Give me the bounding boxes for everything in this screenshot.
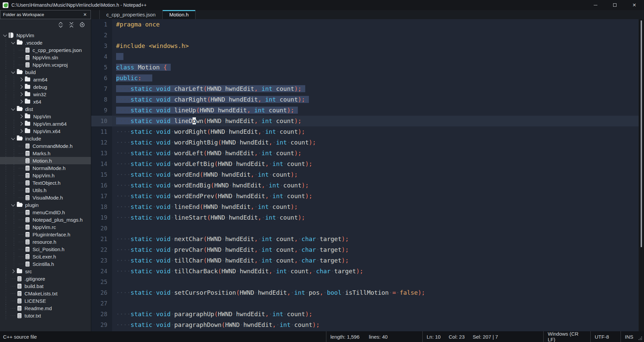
line-number[interactable]: 14: [91, 159, 112, 169]
tree-item-Readme.md[interactable]: Readme.md: [0, 304, 91, 312]
line-number[interactable]: 24: [91, 266, 112, 277]
code-line-20[interactable]: 20: [91, 223, 639, 234]
code-line-25[interactable]: 25: [91, 277, 639, 287]
chevron-right-icon[interactable]: [18, 77, 24, 82]
line-number[interactable]: 10: [91, 116, 112, 126]
line-number[interactable]: 27: [91, 298, 112, 309]
chevron-right-icon[interactable]: [10, 269, 16, 274]
tree-item-resource.h[interactable]: resource.h: [0, 238, 91, 245]
expand-all-icon[interactable]: [57, 21, 64, 28]
tree-item-SciLexer.h[interactable]: SciLexer.h: [0, 253, 91, 260]
tree-item-arm64[interactable]: arm64: [0, 76, 91, 83]
code-line-26[interactable]: 26····static·void·setCursorPosition(HWND…: [91, 287, 639, 298]
line-number[interactable]: 29: [91, 320, 112, 330]
minimize-button[interactable]: [586, 0, 605, 10]
code-line-14[interactable]: 14····static·void·wordLeftBig(HWND·hwndE…: [91, 159, 639, 169]
code-line-8[interactable]: 8····static·void·charRight(HWND·hwndEdit…: [91, 94, 639, 105]
line-number[interactable]: 22: [91, 244, 112, 255]
tree-item-NppVim.x64[interactable]: NppVim.x64: [0, 127, 91, 135]
code-line-5[interactable]: 5class·Motion·{: [91, 62, 639, 73]
line-number[interactable]: 12: [91, 137, 112, 148]
tree-item-PluginInterface.h[interactable]: PluginInterface.h: [0, 231, 91, 238]
status-insert-mode[interactable]: INS: [621, 331, 636, 342]
tree-item-menuCmdID.h[interactable]: menuCmdID.h: [0, 209, 91, 216]
chevron-right-icon[interactable]: [18, 84, 24, 90]
tree-item-NormalMode.h[interactable]: NormalMode.h: [0, 164, 91, 172]
tree-item-src[interactable]: src: [0, 268, 91, 275]
code-line-24[interactable]: 24····static·void·tillCharBack(HWND·hwnd…: [91, 266, 639, 277]
locate-current-file-icon[interactable]: [79, 21, 86, 28]
code-line-4[interactable]: 4: [91, 51, 639, 62]
chevron-right-icon[interactable]: [18, 114, 24, 119]
tree-item-NppVim.sln[interactable]: NppVim.sln: [0, 54, 91, 61]
tree-item-TextObject.h[interactable]: TextObject.h: [0, 179, 91, 186]
tree-item-include[interactable]: include: [0, 135, 91, 142]
line-number[interactable]: 23: [91, 255, 112, 266]
line-number[interactable]: 18: [91, 202, 112, 212]
code-line-22[interactable]: 22····static·void·prevChar(HWND·hwndEdit…: [91, 244, 639, 255]
code-line-10[interactable]: 10····static·void·lineDown(HWND·hwndEdit…: [91, 116, 639, 126]
code-line-21[interactable]: 21····static·void·nextChar(HWND·hwndEdit…: [91, 234, 639, 244]
line-number[interactable]: 7: [91, 83, 112, 94]
tree-item-VisualMode.h[interactable]: VisualMode.h: [0, 194, 91, 201]
close-button[interactable]: ✕: [625, 0, 644, 10]
tree-item-NppVim[interactable]: NppVim: [0, 113, 91, 120]
tree-item-x64[interactable]: x64: [0, 98, 91, 105]
chevron-right-icon[interactable]: [18, 128, 24, 134]
line-number[interactable]: 19: [91, 212, 112, 223]
tab-Motion.h[interactable]: Motion.h: [163, 10, 196, 19]
line-number[interactable]: 13: [91, 148, 112, 159]
code-line-15[interactable]: 15····static·void·wordEnd(HWND·hwndEdit,…: [91, 169, 639, 180]
tree-item-Motion.h[interactable]: Motion.h: [0, 157, 91, 164]
code-line-23[interactable]: 23····static·void·tillChar(HWND·hwndEdit…: [91, 255, 639, 266]
code-line-28[interactable]: 28····static·void·paragraphUp(HWND·hwndE…: [91, 309, 639, 320]
line-number[interactable]: 5: [91, 62, 112, 73]
line-number[interactable]: 16: [91, 180, 112, 191]
code-line-3[interactable]: 3#include·<windows.h>: [91, 41, 639, 51]
code-line-17[interactable]: 17····static·void·wordEndPrev(HWND·hwndE…: [91, 191, 639, 202]
tree-item-debug[interactable]: debug: [0, 83, 91, 91]
line-number[interactable]: 26: [91, 287, 112, 298]
line-number[interactable]: 15: [91, 169, 112, 180]
tree-item-Scintilla.h[interactable]: Scintilla.h: [0, 260, 91, 268]
tree-item-NppVim.vcxproj[interactable]: NppVim.vcxproj: [0, 61, 91, 68]
tree-item-LICENSE[interactable]: LICENSE: [0, 297, 91, 304]
tree-item-build[interactable]: build: [0, 68, 91, 76]
line-number[interactable]: 9: [91, 105, 112, 116]
tree-item-dist[interactable]: dist: [0, 105, 91, 113]
tab-c_cpp_properties.json[interactable]: c_cpp_properties.json: [99, 10, 163, 19]
line-number[interactable]: 21: [91, 234, 112, 244]
tree-item-.gitignore[interactable]: .gitignore: [0, 275, 91, 282]
code-line-12[interactable]: 12····static·void·wordRightBig(HWND·hwnd…: [91, 137, 639, 148]
tree-item-build.bat[interactable]: build.bat: [0, 282, 91, 290]
tree-item-Utils.h[interactable]: Utils.h: [0, 186, 91, 194]
code-line-27[interactable]: 27: [91, 298, 639, 309]
tree-item-Notepad_plus_msgs.h[interactable]: Notepad_plus_msgs.h: [0, 216, 91, 223]
chevron-down-icon[interactable]: [10, 136, 16, 141]
chevron-right-icon[interactable]: [18, 121, 24, 126]
tree-item-NppVim.arm64[interactable]: NppVim.arm64: [0, 120, 91, 127]
code-line-13[interactable]: 13····static·void·wordLeft(HWND·hwndEdit…: [91, 148, 639, 159]
code-editor[interactable]: 1#pragma·once23#include·<windows.h>4 5cl…: [91, 19, 639, 331]
chevron-down-icon[interactable]: [10, 40, 16, 45]
line-number[interactable]: 17: [91, 191, 112, 202]
code-line-9[interactable]: 9····static·void·lineUp(HWND·hwndEdit,·i…: [91, 105, 639, 116]
line-number[interactable]: 8: [91, 94, 112, 105]
line-number[interactable]: 1: [91, 19, 112, 30]
tree-item-.vscode[interactable]: .vscode: [0, 39, 91, 46]
tree-item-NppVim[interactable]: NppVim: [0, 32, 91, 39]
chevron-down-icon[interactable]: [10, 202, 16, 208]
line-number[interactable]: 28: [91, 309, 112, 320]
tree-item-plugin[interactable]: plugin: [0, 201, 91, 209]
code-line-18[interactable]: 18····static·void·lineEnd(HWND·hwndEdit,…: [91, 202, 639, 212]
code-line-29[interactable]: 29····static·void·paragraphDown(HWND·hwn…: [91, 320, 639, 330]
code-line-11[interactable]: 11····static·void·wordRight(HWND·hwndEdi…: [91, 126, 639, 137]
vertical-scrollbar[interactable]: [639, 19, 644, 331]
tree-item-Marks.h[interactable]: Marks.h: [0, 150, 91, 157]
line-number[interactable]: 2: [91, 30, 112, 41]
code-line-16[interactable]: 16····static·void·wordEndBig(HWND·hwndEd…: [91, 180, 639, 191]
line-number[interactable]: 20: [91, 223, 112, 234]
code-line-19[interactable]: 19····static·void·lineStart(HWND·hwndEdi…: [91, 212, 639, 223]
collapse-all-icon[interactable]: [68, 21, 75, 28]
chevron-right-icon[interactable]: [18, 99, 24, 104]
